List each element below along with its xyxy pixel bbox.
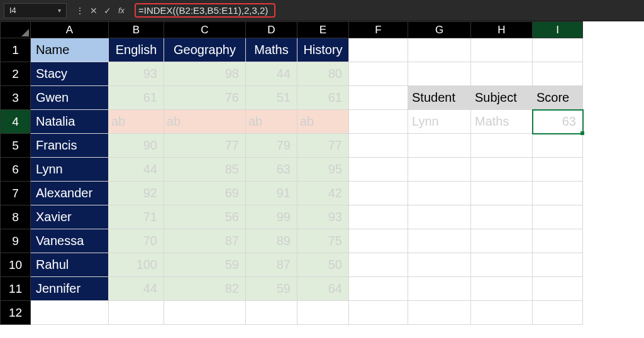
- lookup-header-subject[interactable]: Subject: [471, 86, 533, 110]
- score-cell[interactable]: 79: [246, 134, 297, 158]
- row-header[interactable]: 8: [1, 205, 31, 229]
- cell[interactable]: [349, 182, 408, 205]
- score-cell[interactable]: 44: [109, 277, 164, 301]
- cell[interactable]: [533, 134, 583, 158]
- score-cell[interactable]: ab: [164, 110, 246, 134]
- cell[interactable]: [349, 253, 408, 277]
- score-cell[interactable]: 93: [109, 62, 164, 86]
- cell[interactable]: [408, 38, 471, 62]
- score-cell[interactable]: 80: [297, 62, 349, 86]
- score-cell[interactable]: 44: [246, 62, 297, 86]
- score-cell[interactable]: 91: [246, 182, 297, 205]
- cell[interactable]: [349, 277, 408, 301]
- cell[interactable]: [471, 301, 533, 325]
- accept-icon[interactable]: ✓: [101, 4, 114, 18]
- score-cell[interactable]: 69: [164, 182, 246, 205]
- cell[interactable]: [408, 229, 471, 253]
- cell[interactable]: [246, 301, 297, 325]
- col-header-G[interactable]: G: [408, 22, 471, 38]
- score-cell[interactable]: 59: [246, 277, 297, 301]
- cell[interactable]: [533, 229, 583, 253]
- col-header-C[interactable]: C: [164, 22, 246, 38]
- score-cell[interactable]: 98: [164, 62, 246, 86]
- student-name[interactable]: Xavier: [31, 205, 109, 229]
- cell[interactable]: [408, 253, 471, 277]
- score-cell[interactable]: 61: [109, 86, 164, 110]
- cell[interactable]: [408, 277, 471, 301]
- name-box[interactable]: I4 ▾: [4, 3, 67, 18]
- student-name[interactable]: Francis: [31, 134, 109, 158]
- row-header[interactable]: 10: [1, 253, 31, 277]
- score-cell[interactable]: 75: [297, 229, 349, 253]
- header-subject[interactable]: History: [297, 38, 349, 62]
- cell[interactable]: [349, 110, 408, 134]
- row-header[interactable]: 9: [1, 229, 31, 253]
- score-cell[interactable]: 87: [246, 253, 297, 277]
- cell[interactable]: [164, 301, 246, 325]
- score-cell[interactable]: ab: [109, 110, 164, 134]
- cancel-icon[interactable]: ✕: [87, 4, 101, 18]
- header-subject[interactable]: Geography: [164, 38, 246, 62]
- score-cell[interactable]: 82: [164, 277, 246, 301]
- student-name[interactable]: Vanessa: [31, 229, 109, 253]
- cell[interactable]: [533, 253, 583, 277]
- student-name[interactable]: Natalia: [31, 110, 109, 134]
- col-header-F[interactable]: F: [349, 22, 408, 38]
- cell[interactable]: [533, 62, 583, 86]
- formula-input[interactable]: =INDEX((B2:E3,B5:E11),2,3,2): [135, 3, 640, 19]
- fx-icon[interactable]: fx: [114, 4, 128, 18]
- score-cell[interactable]: 99: [246, 205, 297, 229]
- score-cell[interactable]: 59: [164, 253, 246, 277]
- score-cell[interactable]: 93: [297, 205, 349, 229]
- score-cell[interactable]: 87: [164, 229, 246, 253]
- score-cell[interactable]: 56: [164, 205, 246, 229]
- cell[interactable]: [471, 229, 533, 253]
- score-cell[interactable]: 89: [246, 229, 297, 253]
- cell[interactable]: [408, 62, 471, 86]
- cell[interactable]: [297, 301, 349, 325]
- col-header-A[interactable]: A: [31, 22, 109, 38]
- chevron-down-icon[interactable]: ▾: [58, 7, 61, 14]
- cell[interactable]: [533, 38, 583, 62]
- row-header[interactable]: 11: [1, 277, 31, 301]
- score-cell[interactable]: 70: [109, 229, 164, 253]
- score-cell[interactable]: 92: [109, 182, 164, 205]
- more-icon[interactable]: ⋮: [73, 4, 87, 18]
- student-name[interactable]: Jennifer: [31, 277, 109, 301]
- cell[interactable]: [408, 134, 471, 158]
- student-name[interactable]: Gwen: [31, 86, 109, 110]
- score-cell[interactable]: 77: [164, 134, 246, 158]
- row-header[interactable]: 3: [1, 86, 31, 110]
- score-cell[interactable]: ab: [246, 110, 297, 134]
- spreadsheet[interactable]: A B C D E F G H I 1 Name English Geograp…: [0, 21, 644, 338]
- row-header[interactable]: 5: [1, 134, 31, 158]
- cell[interactable]: [349, 301, 408, 325]
- cell[interactable]: [471, 134, 533, 158]
- student-name[interactable]: Lynn: [31, 158, 109, 182]
- cell[interactable]: [408, 205, 471, 229]
- select-all-corner[interactable]: [1, 22, 31, 38]
- cell[interactable]: [349, 62, 408, 86]
- score-cell[interactable]: 44: [109, 158, 164, 182]
- col-header-B[interactable]: B: [109, 22, 164, 38]
- col-header-H[interactable]: H: [471, 22, 533, 38]
- cell[interactable]: [408, 158, 471, 182]
- row-header[interactable]: 2: [1, 62, 31, 86]
- score-cell[interactable]: 64: [297, 277, 349, 301]
- cell[interactable]: [349, 86, 408, 110]
- cell[interactable]: [349, 134, 408, 158]
- cell[interactable]: [408, 182, 471, 205]
- lookup-score-result[interactable]: 63: [533, 110, 583, 134]
- col-header-I[interactable]: I: [533, 22, 583, 38]
- student-name[interactable]: Stacy: [31, 62, 109, 86]
- cell[interactable]: [471, 62, 533, 86]
- cell[interactable]: [533, 182, 583, 205]
- score-cell[interactable]: 76: [164, 86, 246, 110]
- lookup-subject[interactable]: Maths: [471, 110, 533, 134]
- score-cell[interactable]: 61: [297, 86, 349, 110]
- score-cell[interactable]: 95: [297, 158, 349, 182]
- lookup-header-score[interactable]: Score: [533, 86, 583, 110]
- score-cell[interactable]: 42: [297, 182, 349, 205]
- col-header-D[interactable]: D: [246, 22, 297, 38]
- header-subject[interactable]: English: [109, 38, 164, 62]
